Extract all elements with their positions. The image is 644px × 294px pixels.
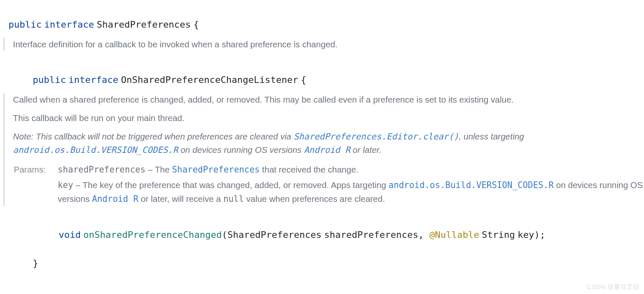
param2-link-vcodes[interactable]: android.os.Build.VERSION_CODES.R xyxy=(388,180,554,190)
semi: ; xyxy=(540,230,545,240)
ret-type: void xyxy=(59,230,81,240)
paren-close: ) xyxy=(534,230,539,240)
outer-doc-text: Interface definition for a callback to b… xyxy=(13,38,644,51)
outer-name: SharedPreferences xyxy=(97,19,191,30)
p1-name: sharedPreferences xyxy=(324,230,418,240)
note-mid2: on devices running OS versions xyxy=(178,145,304,155)
paren-open: ( xyxy=(222,230,227,240)
p1-type: SharedPreferences xyxy=(227,230,322,240)
doc-p1: Called when a shared preference is chang… xyxy=(13,93,644,106)
comma: , xyxy=(418,230,429,240)
doc-note: Note: This callback will not be triggere… xyxy=(13,130,644,157)
param1-name: sharedPreferences xyxy=(58,165,146,175)
outer-interface-decl: public interface SharedPreferences { xyxy=(3,3,644,32)
note-link-vcodes[interactable]: android.os.Build.VERSION_CODES.R xyxy=(13,145,178,155)
outer-doc: Interface definition for a callback to b… xyxy=(3,38,644,51)
inner-brace-close: } xyxy=(28,242,644,271)
note-mid1: , unless targeting xyxy=(459,132,524,141)
note-link-androidr[interactable]: Android R xyxy=(304,145,350,155)
param2-null: null xyxy=(223,194,244,204)
param2-link-androidr[interactable]: Android R xyxy=(92,194,138,204)
inner-name: OnSharedPreferenceChangeListener xyxy=(121,75,298,85)
param-1: sharedPreferences – The SharedPreference… xyxy=(58,163,644,177)
inner-interface-decl: public interface OnSharedPreferenceChang… xyxy=(28,59,644,87)
brace-open: { xyxy=(193,19,199,30)
p2-name: key xyxy=(518,230,534,240)
params-label: Params: xyxy=(13,163,58,176)
param2-mid2: or later, will receive a xyxy=(138,194,223,204)
inner-doc: Called when a shared preference is chang… xyxy=(3,93,644,206)
note-suffix: or later. xyxy=(350,145,381,155)
annotation-nullable: @Nullable xyxy=(429,230,479,240)
params-defs: sharedPreferences – The SharedPreference… xyxy=(58,163,644,206)
doc-p2: This callback will be run on your main t… xyxy=(13,111,644,125)
p2-type: String xyxy=(482,230,515,240)
note-link-clear[interactable]: SharedPreferences.Editor.clear() xyxy=(294,132,459,142)
brace-open: { xyxy=(301,75,306,85)
param1-link[interactable]: SharedPreferences xyxy=(172,165,260,175)
param2-name: key xyxy=(58,180,73,190)
method-name: onSharedPreferenceChanged xyxy=(83,230,222,240)
param2-sep: – The key of the preference that was cha… xyxy=(73,180,388,190)
params-block: Params: sharedPreferences – The SharedPr… xyxy=(13,163,644,206)
param1-sep: – The xyxy=(146,165,172,174)
kw-interface: interface xyxy=(44,19,94,30)
method-decl: void onSharedPreferenceChanged(SharedPre… xyxy=(54,214,644,242)
kw-public: public xyxy=(8,19,41,30)
param2-rest: value when preferences are cleared. xyxy=(244,194,385,204)
param-2: key – The key of the preference that was… xyxy=(58,178,644,206)
note-prefix: Note: This callback will not be triggere… xyxy=(13,132,294,141)
kw-public: public xyxy=(33,75,66,85)
param1-rest: that received the change. xyxy=(260,165,358,174)
kw-interface: interface xyxy=(69,75,118,85)
